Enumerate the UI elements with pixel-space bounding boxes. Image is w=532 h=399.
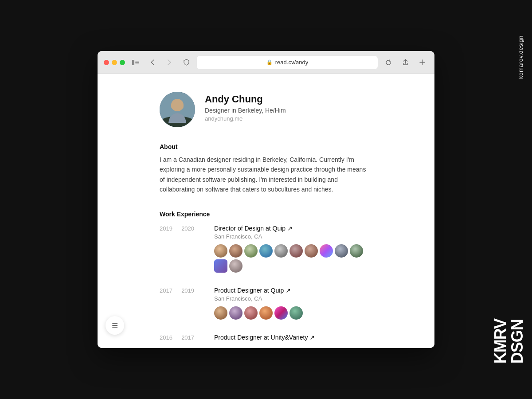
page-content: Andy Chung Designer in Berkeley, He/Him … [98, 74, 434, 348]
mini-avatar-2f [289, 306, 303, 320]
about-title: About [160, 143, 372, 150]
profile-subtitle: Designer in Berkeley, He/Him [205, 107, 286, 114]
work-item-3: 2016 — 2017 Product Designer at Unity&Va… [160, 334, 372, 342]
mini-avatar-1k [214, 259, 227, 273]
sidebar-toggle-icon[interactable] [129, 56, 142, 69]
mini-avatar-1i [335, 244, 348, 258]
about-section: About I am a Canadian designer residing … [160, 143, 372, 195]
traffic-lights [104, 60, 125, 65]
mini-avatar-1j [350, 244, 363, 258]
work-title-3[interactable]: Product Designer at Unity&Variety ↗ [214, 334, 372, 341]
back-button[interactable] [146, 56, 159, 69]
work-avatars-1 [214, 244, 372, 273]
mini-avatar-1c [244, 244, 258, 258]
work-section: Work Experience 2019 — 2020 Director of … [160, 211, 372, 342]
menu-button[interactable]: ☰ [106, 316, 124, 335]
work-location-1: San Francisco, CA [214, 233, 372, 240]
work-title-2[interactable]: Product Designer at Quip ↗ [214, 287, 372, 294]
work-title-1[interactable]: Director of Design at Quip ↗ [214, 225, 372, 232]
watermark-top: komarov.design [517, 35, 524, 79]
work-avatars-2 [214, 306, 372, 320]
url-text: read.cv/andy [275, 59, 308, 66]
forward-button[interactable] [163, 56, 176, 69]
lock-icon: 🔒 [266, 59, 273, 65]
mini-avatar-1l [229, 259, 243, 273]
address-bar[interactable]: 🔒 read.cv/andy [197, 56, 378, 69]
maximize-button[interactable] [120, 60, 125, 65]
watermark-bottom: KMRV DSGN [492, 319, 526, 364]
mini-avatar-2d [259, 306, 273, 320]
mini-avatar-1a [214, 244, 227, 258]
shield-icon [180, 56, 192, 69]
mini-avatar-1e [274, 244, 288, 258]
minimize-button[interactable] [112, 60, 117, 65]
work-details-1: Director of Design at Quip ↗ San Francis… [214, 225, 372, 273]
new-tab-button[interactable] [416, 56, 428, 69]
avatar [160, 92, 195, 127]
work-date-3: 2016 — 2017 [160, 334, 202, 341]
profile-section: Andy Chung Designer in Berkeley, He/Him … [160, 92, 372, 127]
work-details-2: Product Designer at Quip ↗ San Francisco… [214, 287, 372, 320]
mini-avatar-2b [229, 306, 243, 320]
about-body: I am a Canadian designer residing in Ber… [160, 155, 372, 195]
mini-avatar-1h [320, 244, 333, 258]
browser-window: 🔒 read.cv/andy [98, 51, 434, 348]
hamburger-icon: ☰ [112, 321, 118, 330]
svg-rect-0 [132, 60, 134, 65]
work-location-2: San Francisco, CA [214, 295, 372, 302]
mini-avatar-1b [229, 244, 243, 258]
profile-website: andychung.me [205, 115, 286, 122]
mini-avatar-2c [244, 306, 258, 320]
work-details-3: Product Designer at Unity&Variety ↗ [214, 334, 372, 342]
browser-chrome: 🔒 read.cv/andy [98, 51, 434, 74]
refresh-button[interactable] [382, 56, 395, 69]
svg-rect-1 [135, 61, 139, 62]
close-button[interactable] [104, 60, 109, 65]
work-section-title: Work Experience [160, 211, 372, 218]
profile-name: Andy Chung [205, 94, 286, 105]
mini-avatar-2a [214, 306, 227, 320]
mini-avatar-1f [289, 244, 303, 258]
work-item-1: 2019 — 2020 Director of Design at Quip ↗… [160, 225, 372, 273]
svg-rect-2 [135, 62, 139, 63]
work-date-1: 2019 — 2020 [160, 225, 202, 232]
mini-avatar-2e [274, 306, 288, 320]
share-button[interactable] [399, 56, 411, 69]
svg-rect-3 [135, 63, 139, 64]
mini-avatar-1g [305, 244, 318, 258]
mini-avatar-1d [259, 244, 273, 258]
work-item-2: 2017 — 2019 Product Designer at Quip ↗ S… [160, 287, 372, 320]
profile-info: Andy Chung Designer in Berkeley, He/Him … [205, 92, 286, 122]
work-date-2: 2017 — 2019 [160, 287, 202, 294]
